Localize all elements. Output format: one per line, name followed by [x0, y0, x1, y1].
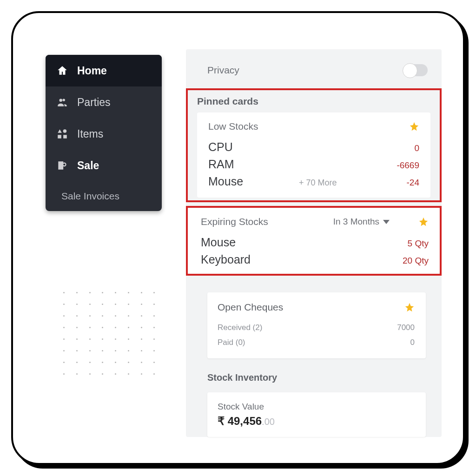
sale-icon — [56, 159, 69, 172]
expiring-stocks-highlight: Expiring Stocks In 3 Months Mouse 5 Qty — [186, 206, 442, 276]
content-area: Home Parties Items Sale S — [13, 13, 463, 463]
stock-value: 20 Qty — [403, 256, 429, 266]
sidebar-item-label: Sale — [77, 159, 99, 172]
sidebar-item-label: Sale Invoices — [61, 191, 119, 202]
table-row: Mouse + 70 More -24 — [208, 173, 419, 190]
cheque-row-label: Received (2) — [218, 323, 262, 332]
app-frame: Home Parties Items Sale S — [11, 11, 465, 465]
table-row: RAM -6669 — [208, 156, 419, 173]
stock-value: -6669 — [397, 160, 419, 171]
table-row: CPU 0 — [208, 139, 419, 156]
stock-value: -24 — [407, 178, 419, 188]
pinned-cards-highlight: Pinned cards Low Stocks CPU 0 RAM -666 — [186, 88, 442, 202]
stock-name: RAM — [208, 158, 234, 171]
star-icon[interactable] — [418, 217, 429, 227]
privacy-label: Privacy — [207, 65, 239, 76]
open-cheques-title: Open Cheques — [218, 302, 283, 313]
stock-value-label: Stock Value — [218, 402, 416, 412]
stock-name: Keyboard — [201, 253, 251, 266]
cheque-row-value: 7000 — [397, 323, 415, 332]
stock-inventory-title: Stock Inventory — [207, 372, 426, 383]
more-link[interactable]: + 70 More — [299, 178, 337, 188]
stock-value: 5 Qty — [408, 238, 429, 249]
open-cheques-header: Open Cheques — [218, 302, 415, 313]
decorative-dot-grid — [63, 292, 156, 375]
sidebar-item-sale-invoices[interactable]: Sale Invoices — [46, 181, 162, 211]
sidebar-item-parties[interactable]: Parties — [46, 86, 162, 118]
expiring-stocks-card[interactable]: Expiring Stocks In 3 Months Mouse 5 Qty — [188, 208, 440, 274]
sidebar-item-sale[interactable]: Sale — [46, 150, 162, 181]
right-panel: Privacy Pinned cards Low Stocks CPU 0 — [186, 49, 442, 437]
sidebar-item-items[interactable]: Items — [46, 118, 162, 150]
sidebar-item-label: Items — [77, 128, 103, 140]
stock-value: 0 — [414, 143, 419, 153]
table-row: Keyboard 20 Qty — [201, 251, 429, 268]
table-row: Mouse 5 Qty — [201, 234, 429, 251]
shapes-icon — [56, 127, 69, 140]
pinned-cards-title: Pinned cards — [188, 90, 440, 112]
star-icon[interactable] — [409, 121, 419, 132]
cheque-row-received: Received (2) 7000 — [218, 320, 415, 335]
sidebar-item-home[interactable]: Home — [46, 55, 162, 86]
privacy-toggle[interactable] — [404, 64, 428, 76]
chevron-down-icon — [383, 220, 390, 224]
expiring-filter[interactable]: In 3 Months — [333, 217, 390, 227]
cheque-row-value: 0 — [410, 338, 415, 347]
stock-value-amount: ₹ 49,456.00 — [218, 415, 416, 428]
cheque-row-label: Paid (0) — [218, 338, 245, 347]
open-cheques-card[interactable]: Open Cheques Received (2) 7000 Paid (0) … — [207, 292, 426, 358]
privacy-row: Privacy — [186, 56, 442, 88]
home-icon — [56, 64, 69, 77]
stock-name: Mouse — [201, 236, 236, 249]
low-stocks-title: Low Stocks — [208, 121, 258, 132]
low-stocks-card[interactable]: Low Stocks CPU 0 RAM -6669 — [197, 112, 430, 198]
low-stocks-header: Low Stocks — [208, 121, 419, 132]
sidebar-item-label: Parties — [77, 96, 111, 109]
sidebar-item-label: Home — [77, 65, 107, 77]
cheque-row-paid: Paid (0) 0 — [218, 335, 415, 350]
expiring-stocks-title: Expiring Stocks — [201, 216, 268, 227]
expiring-filter-label: In 3 Months — [333, 217, 379, 227]
sidebar: Home Parties Items Sale S — [46, 55, 162, 211]
stock-name: Mouse — [208, 175, 243, 188]
expiring-stocks-header: Expiring Stocks In 3 Months — [201, 216, 429, 227]
stock-value-card[interactable]: Stock Value ₹ 49,456.00 — [207, 392, 426, 437]
people-icon — [56, 96, 69, 109]
stock-name: CPU — [208, 140, 233, 154]
star-icon[interactable] — [404, 302, 415, 312]
stock-inventory-section: Stock Inventory Stock Value ₹ 49,456.00 — [207, 372, 426, 437]
